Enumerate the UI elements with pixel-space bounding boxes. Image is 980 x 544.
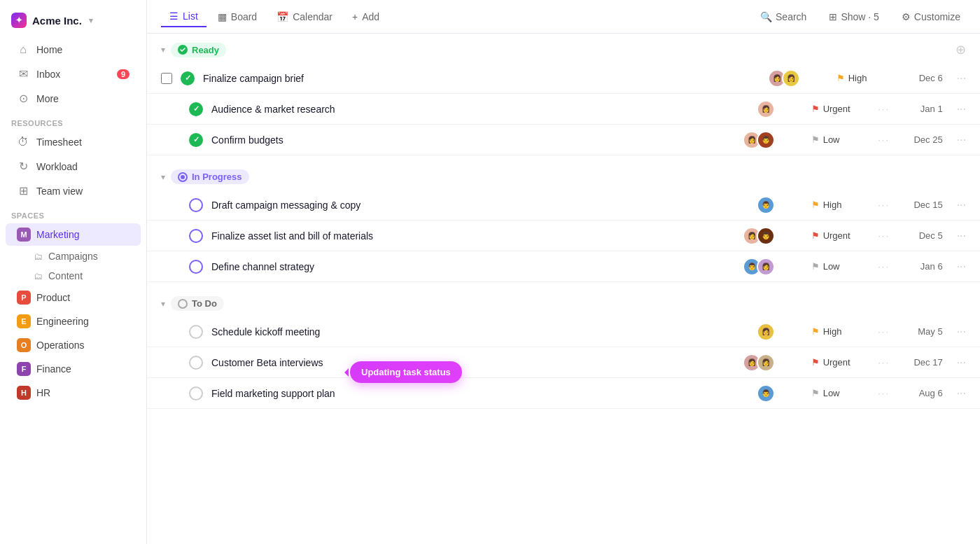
todo-circle-icon [178,299,188,309]
add-to-ready-button[interactable]: ⊕ [955,42,966,57]
table-row: Define channel strategy 👨 👩 ⚑ Low ··· Ja… [147,251,980,282]
product-avatar: P [17,291,31,305]
row-more-t6[interactable]: ··· [957,260,966,273]
table-row: Confirm budgets 👩 👨 ⚑ Low ··· Dec 25 ··· [147,125,980,155]
marketing-label: Marketing [36,229,79,240]
task-checkbox-t1[interactable] [161,73,172,84]
flag-icon-t8: ⚑ [811,357,820,368]
priority-label-t3: Low [823,134,840,145]
more-dots-t4[interactable]: ··· [876,200,892,210]
sidebar-item-teamview[interactable]: ⊞ Team view [6,179,141,202]
ready-label: Ready [192,45,219,55]
show-button[interactable]: ⊞ Show · 5 [823,8,884,25]
task-status-done-t1 [181,71,195,85]
marketing-avatar: M [17,228,31,242]
task-avatars-t4: 👨 [733,196,775,214]
avatar: 👩 [757,258,775,276]
tab-list[interactable]: ☰ List [161,6,206,27]
search-button[interactable]: 🔍 Search [755,8,812,25]
updating-task-status-tooltip: Updating task status [350,361,462,383]
sidebar-item-operations[interactable]: O Operations [6,334,141,356]
more-dots-t3[interactable]: ··· [876,134,892,145]
search-label: Search [776,11,806,22]
more-dots-t5[interactable]: ··· [876,230,892,241]
app-logo[interactable]: ✦ Acme Inc. ▾ [0,8,146,38]
task-priority-t9: ⚑ Low [811,388,867,398]
task-name-t9: Field marketing support plan [211,388,724,399]
tab-calendar-label: Calendar [293,11,332,22]
task-date-t6: Jan 6 [901,261,943,272]
more-dots-t6[interactable]: ··· [876,261,892,272]
more-label: More [36,93,59,104]
timesheet-icon: ⏱ [17,136,29,148]
operations-label: Operations [36,340,84,351]
workload-label: Workload [36,161,78,172]
avatar: 👩 [782,69,800,88]
home-icon: ⌂ [17,43,29,56]
more-dots-t9[interactable]: ··· [876,388,892,398]
group-toggle-ready[interactable]: ▾ [161,45,165,55]
hr-label: HR [36,387,50,398]
sidebar-item-finance[interactable]: F Finance [6,358,141,380]
tab-calendar[interactable]: 📅 Calendar [268,7,341,27]
more-dots-t8[interactable]: ··· [876,357,892,368]
finance-label: Finance [36,363,71,375]
group-toggle-todo[interactable]: ▾ [161,299,165,309]
list-area: ▾ Ready ⊕ Finalize campaign brief 👩 👩 ⚑ … [147,34,980,544]
content-label: Content [48,270,83,281]
row-more-t9[interactable]: ··· [957,387,966,400]
task-date-t3: Dec 25 [901,134,943,145]
row-more-t8[interactable]: ··· [957,356,966,369]
sidebar-item-marketing[interactable]: M Marketing [6,223,141,246]
sidebar-item-workload[interactable]: ↻ Workload [6,155,141,178]
task-status-empty-t9 [189,386,203,400]
sidebar-item-timesheet[interactable]: ⏱ Timesheet [6,131,141,153]
sidebar-sub-campaigns[interactable]: 🗂 Campaigns [6,247,141,265]
inprogress-circle-icon [178,172,188,182]
task-avatars-t5: 👩 👨 [733,227,775,245]
row-more-t7[interactable]: ··· [957,326,966,338]
tab-board-label: Board [231,11,257,22]
table-row: Finalize campaign brief 👩 👩 ⚑ High Dec 6… [147,63,980,94]
flag-icon-t6: ⚑ [811,261,820,272]
company-chevron: ▾ [89,16,93,25]
avatar: 👩 [757,100,775,118]
sidebar-item-home[interactable]: ⌂ Home [6,39,141,61]
tab-board[interactable]: ▦ Board [209,7,265,27]
task-priority-t2: ⚑ Urgent [811,104,867,114]
priority-label-t5: Urgent [823,230,850,241]
sidebar-item-hr[interactable]: H HR [6,382,141,404]
avatar: 👨 [757,384,775,403]
row-more-t3[interactable]: ··· [957,134,966,146]
task-date-t7: May 5 [901,326,943,337]
task-date-t8: Dec 17 [901,357,943,368]
task-name-t4: Draft campaign messaging & copy [211,200,724,211]
more-dots-t7[interactable]: ··· [876,326,892,337]
row-more-t1[interactable]: ··· [957,72,966,85]
inbox-label: Inbox [36,69,60,80]
row-more-t5[interactable]: ··· [957,230,966,242]
sidebar-item-more[interactable]: ⊙ More [6,87,141,110]
sidebar-sub-content[interactable]: 🗂 Content [6,267,141,285]
add-tab-icon: + [352,11,358,22]
task-date-t2: Jan 1 [901,104,943,114]
group-toggle-inprogress[interactable]: ▾ [161,172,165,182]
more-dots-t2[interactable]: ··· [876,104,892,114]
tab-add[interactable]: + Add [344,7,388,27]
task-status-inprogress-t6 [189,260,203,274]
logo-icon: ✦ [11,13,27,28]
row-more-t2[interactable]: ··· [957,103,966,116]
priority-label-t1: High [848,73,867,83]
sidebar-item-inbox[interactable]: ✉ Inbox 9 [6,62,141,85]
avatar: 👨 [757,131,775,149]
row-more-t4[interactable]: ··· [957,199,966,211]
priority-label-t2: Urgent [823,104,850,114]
sidebar-item-product[interactable]: P Product [6,286,141,309]
task-name-t7: Schedule kickoff meeting [211,326,724,337]
sidebar-item-engineering[interactable]: E Engineering [6,310,141,333]
search-icon: 🔍 [760,11,772,22]
company-name: Acme Inc. [32,15,82,27]
inbox-icon: ✉ [17,67,29,81]
table-row: Audience & market research 👩 ⚑ Urgent ··… [147,94,980,125]
customize-button[interactable]: ⚙ Customize [896,8,966,25]
